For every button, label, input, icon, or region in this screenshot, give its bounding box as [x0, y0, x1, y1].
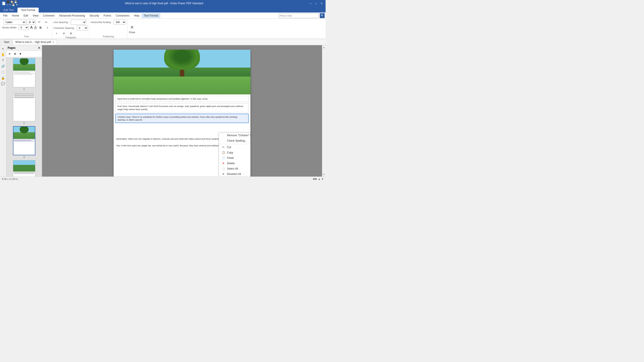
scroll-left-btn[interactable]: ◀ [312, 177, 314, 180]
menu-help[interactable]: Help [132, 13, 142, 18]
italic-button[interactable]: I [44, 25, 50, 30]
pdf-fruit-juice-text[interactable]: Fruit Juice: Homemade vitamin C-rich fre… [116, 103, 249, 112]
align-center-button[interactable]: ☰ [60, 31, 67, 36]
scroll-up-status-btn[interactable]: ▲ [318, 178, 320, 180]
h-scaling-select[interactable]: 100 [114, 20, 126, 25]
menu-connectors[interactable]: Connectors [113, 13, 132, 18]
form-tool[interactable]: ⬚ [0, 69, 6, 75]
bold-button[interactable]: B [37, 25, 44, 30]
doc-tabs: Start What to eat in... high fever.pdf ✕ [0, 39, 326, 45]
ctx-copy[interactable]: 📋 Copy Ctrl+C [219, 150, 250, 155]
select-tool[interactable]: ↖ [0, 46, 6, 52]
paragraph-group-label: Paragraph [54, 36, 88, 39]
paste-icon: 📄 [222, 156, 225, 160]
font-highlight-button[interactable]: A [34, 26, 37, 30]
page-thumb-1[interactable]: 1 [13, 58, 35, 90]
minimize-button[interactable]: — [308, 2, 313, 5]
ribbon-tab-bar: Edit Text Text Format [0, 7, 326, 13]
page-thumb-4[interactable]: 4 [13, 160, 35, 177]
scroll-up-btn[interactable]: ▲ [323, 45, 325, 49]
superscript-button[interactable]: x² [36, 20, 42, 25]
pages-container[interactable]: 1 2 [6, 57, 42, 177]
maximize-button[interactable]: □ [314, 2, 318, 5]
link-tool[interactable]: 🔗 [0, 64, 6, 69]
char-spacing-select[interactable]: 0 [77, 26, 88, 31]
menu-view[interactable]: View [30, 13, 41, 18]
page-thumb-img-4 [13, 160, 35, 177]
ribbon: Calibri 18 x² x₂ Stroke Width: 0 A A B I… [0, 19, 326, 39]
page-thumb-img-1 [13, 58, 35, 87]
tab-start[interactable]: Start [1, 39, 12, 45]
page-thumb-2[interactable]: 2 [13, 92, 35, 124]
ribbon-group-close: ✕ Close [128, 19, 136, 39]
select-all-icon: ⬚ [222, 167, 225, 170]
font-group-label: Font [2, 35, 50, 38]
close-button[interactable]: ✕ [319, 2, 324, 5]
page-thumb-img-3 [13, 126, 35, 155]
ctx-select-all[interactable]: ⬚ Select All Ctrl+A [219, 166, 250, 171]
menu-file[interactable]: File [1, 13, 10, 18]
close-icon-ribbon[interactable]: ✕ [130, 25, 134, 30]
page-thumb-3[interactable]: 3 [13, 126, 35, 158]
sidebar-expand-btn[interactable]: ▼ [18, 52, 23, 56]
line-spacing-select[interactable] [71, 20, 86, 25]
status-bar: 8.50 x 11.00 in ◀ ▶ ▲ ▼ [0, 177, 326, 181]
comment-tool[interactable]: 💬 [0, 81, 6, 86]
subscript-button[interactable]: x₂ [43, 20, 50, 25]
scroll-right-btn[interactable]: ▶ [315, 177, 317, 180]
lock-tool[interactable]: 🔒 [0, 75, 6, 81]
ctx-deselect-all[interactable]: ✕ Deselect All Ctrl+ Shift+A [219, 171, 250, 177]
pdf-liquid-text[interactable]: liquid food is preferred to normalize bo… [116, 96, 249, 102]
pdf-chicken-soup-text[interactable]: Chicken soup: There is no substitute for… [116, 114, 249, 123]
ctx-cut[interactable]: ✂ Cut Ctrl+X [219, 144, 250, 150]
scroll-down-btn[interactable]: ▼ [323, 173, 325, 177]
sidebar-settings-btn[interactable]: ⚙ [12, 52, 18, 56]
scroll-up-arrow[interactable]: ▲ [314, 48, 318, 52]
tab-pdf-label: What to eat in... high fever.pdf [15, 41, 51, 44]
title-bar: 📄 ⬛ 🔲 💾 ↩ ↪ 💾 ▼ What to eat in case of h… [0, 0, 326, 7]
window-title: What to eat in case of high fever.pdf - … [20, 2, 308, 5]
justify-button[interactable]: ≣ [68, 31, 74, 36]
tree-image [114, 50, 250, 94]
scroll-right-arrow[interactable]: ▶ [318, 111, 321, 115]
find-tool-button[interactable]: 🔍 [320, 13, 325, 18]
ctx-check-spelling[interactable]: Check Spelling... [219, 138, 250, 143]
ctx-remove-dictionary[interactable]: Remove "Chicken" from Dictionary [219, 133, 250, 138]
page-num-2: 2 [23, 122, 24, 124]
font-name-select[interactable]: Calibri [4, 20, 26, 25]
main-area: ↖ ✋ T 🔗 ⬚ 🔒 💬 Pages ✕ ✕ ⚙ ▼ [0, 45, 326, 177]
tab-pdf-document[interactable]: What to eat in... high fever.pdf ✕ [12, 39, 57, 45]
menu-home[interactable]: Home [10, 13, 21, 18]
window-controls[interactable]: — □ ✕ [308, 2, 324, 5]
menu-security[interactable]: Security [87, 13, 101, 18]
tab-edit-text[interactable]: Edit Text [0, 8, 18, 13]
menu-forms[interactable]: Forms [101, 13, 113, 18]
ctx-paste[interactable]: 📄 Paste Ctrl+V [219, 155, 250, 161]
positioning-group-label: Positioning [91, 35, 126, 38]
ribbon-group-positioning: Horizontal Scaling: 100 Positioning [90, 19, 128, 39]
line-spacing-label: Line Spacing: [54, 21, 68, 24]
ribbon-group-font: Calibri 18 x² x₂ Stroke Width: 0 A A B I… [1, 19, 52, 39]
scroll-down-status-btn[interactable]: ▼ [321, 178, 324, 180]
font-color-button[interactable]: A [30, 26, 33, 30]
canvas-area[interactable]: ▲ liquid food is preferred to normalize … [42, 45, 322, 177]
close-button-ribbon[interactable]: Close [129, 31, 135, 34]
menu-text-format[interactable]: Text Format [142, 13, 160, 18]
menu-advanced-processing[interactable]: Advanced Processing [57, 13, 87, 18]
page-num-1: 1 [23, 88, 24, 90]
align-left-button[interactable]: ≡ [54, 31, 60, 36]
sidebar: Pages ✕ ✕ ⚙ ▼ [6, 45, 42, 177]
ctx-delete[interactable]: ✕ Delete [219, 161, 250, 166]
menu-bar: File Home Edit View Comment Advanced Pro… [0, 13, 326, 19]
tab-text-format[interactable]: Text Format [18, 8, 39, 13]
menu-comment[interactable]: Comment [41, 13, 57, 18]
find-tool-input[interactable] [278, 13, 319, 18]
tab-close-icon[interactable]: ✕ [52, 41, 54, 43]
stroke-width-select[interactable]: 0 [18, 25, 28, 30]
font-size-select[interactable]: 18 [26, 20, 36, 25]
hand-tool[interactable]: ✋ [0, 52, 6, 57]
sidebar-remove-btn[interactable]: ✕ [7, 52, 12, 56]
sidebar-close-icon[interactable]: ✕ [38, 46, 40, 50]
menu-edit[interactable]: Edit [21, 13, 30, 18]
text-tool[interactable]: T [0, 58, 6, 63]
